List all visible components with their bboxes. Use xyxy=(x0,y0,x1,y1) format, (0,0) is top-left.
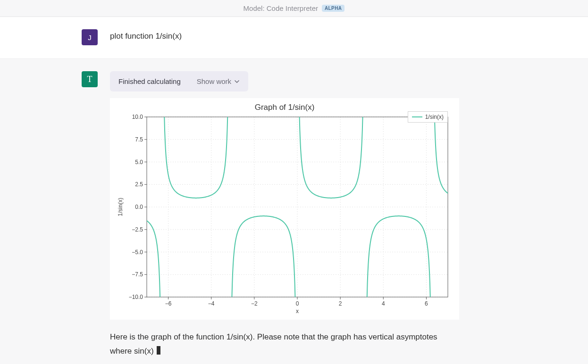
svg-text:2: 2 xyxy=(339,300,342,307)
chart-legend: 1/sin(x) xyxy=(408,111,448,123)
assistant-content: Finished calculating Show work Graph of … xyxy=(110,71,506,358)
svg-text:7.5: 7.5 xyxy=(135,136,143,143)
chart-inner: Graph of 1/sin(x) −6−4−20246−10.0−7.5−5.… xyxy=(115,103,454,316)
user-avatar: J xyxy=(82,29,98,45)
show-work-toggle[interactable]: Show work xyxy=(197,77,240,85)
svg-text:5.0: 5.0 xyxy=(135,159,143,165)
status-pill: Finished calculating Show work xyxy=(110,71,248,91)
assistant-avatar-initial: T xyxy=(87,74,92,84)
legend-swatch xyxy=(412,116,422,117)
svg-text:−2.5: −2.5 xyxy=(132,226,143,233)
svg-text:−5.0: −5.0 xyxy=(132,249,143,256)
model-label: Model: Code Interpreter xyxy=(244,4,318,12)
svg-text:6: 6 xyxy=(425,300,428,307)
assistant-message-row: T Finished calculating Show work Graph o… xyxy=(0,59,588,364)
show-work-label: Show work xyxy=(197,77,231,85)
assistant-avatar: T xyxy=(82,71,98,87)
svg-text:−7.5: −7.5 xyxy=(132,271,143,278)
svg-text:0.0: 0.0 xyxy=(135,204,143,210)
svg-text:1/sin(x): 1/sin(x) xyxy=(117,198,124,216)
svg-text:2.5: 2.5 xyxy=(135,181,143,188)
chart-title: Graph of 1/sin(x) xyxy=(115,103,454,112)
svg-text:−10.0: −10.0 xyxy=(129,294,143,300)
assistant-response-text: Here is the graph of the function 1/sin(… xyxy=(110,330,459,358)
chevron-down-icon xyxy=(234,79,240,84)
svg-text:x: x xyxy=(296,308,299,314)
svg-text:−6: −6 xyxy=(165,300,172,307)
svg-text:10.0: 10.0 xyxy=(132,114,143,120)
legend-label: 1/sin(x) xyxy=(425,114,444,120)
chart-svg: −6−4−20246−10.0−7.5−5.0−2.50.02.55.07.51… xyxy=(115,113,454,316)
user-message-row: J plot function 1/sin(x) xyxy=(0,17,588,59)
user-prompt-text: plot function 1/sin(x) xyxy=(110,29,182,41)
typing-cursor xyxy=(157,346,160,355)
svg-text:0: 0 xyxy=(296,300,299,307)
user-avatar-initial: J xyxy=(88,33,92,41)
svg-text:−2: −2 xyxy=(251,300,258,307)
svg-text:−4: −4 xyxy=(208,300,215,307)
chart-card: Graph of 1/sin(x) −6−4−20246−10.0−7.5−5.… xyxy=(110,98,459,320)
status-text: Finished calculating xyxy=(118,77,181,85)
model-header: Model: Code Interpreter ALPHA xyxy=(0,0,588,17)
alpha-badge: ALPHA xyxy=(322,5,344,12)
svg-text:4: 4 xyxy=(382,300,385,307)
